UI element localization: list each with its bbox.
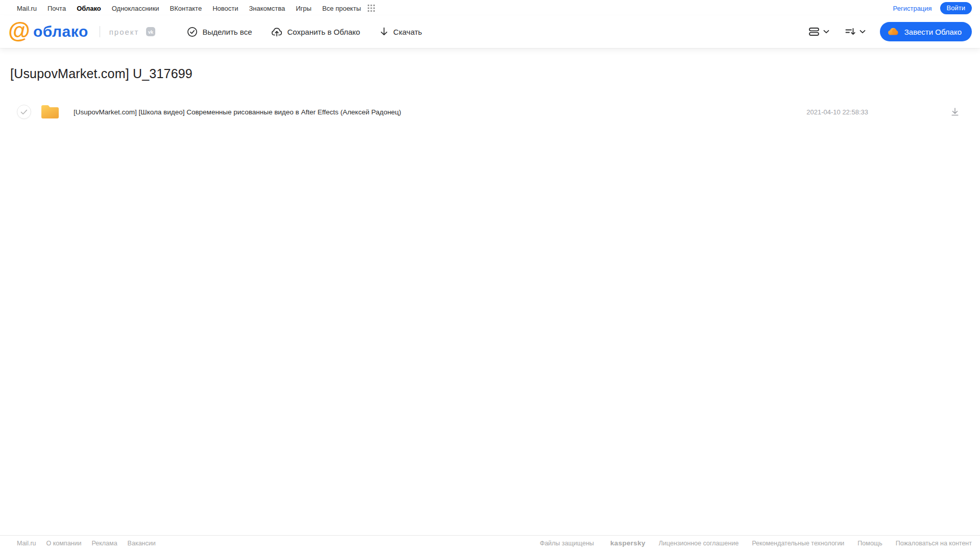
registration-link[interactable]: Регистрация [893, 5, 932, 12]
footer-link-license[interactable]: Лицензионное соглашение [659, 540, 739, 547]
file-toolbar: Выделить все Сохранить в Облако Скачать [187, 27, 422, 37]
footer: Mail.ru О компании Реклама Вакансии Файл… [0, 535, 980, 551]
topbar-link-znakomstva[interactable]: Знакомства [249, 5, 285, 12]
folder-icon [40, 104, 60, 120]
cloud-logo[interactable]: @ облако проект vk [8, 22, 155, 41]
footer-left-links: Mail.ru О компании Реклама Вакансии [17, 540, 166, 547]
create-cloud-button[interactable]: Завести Облако [880, 22, 972, 41]
topbar-auth: Регистрация Войти [893, 2, 972, 14]
kaspersky-protection: Файлы защищены kaspersky [527, 539, 646, 547]
cloud-header: @ облако проект vk Выделить все [0, 15, 980, 48]
page-title: [UsupovMarket.com] U_317699 [10, 66, 972, 81]
vk-badge-icon: vk [146, 27, 155, 36]
row-download-button[interactable] [948, 105, 962, 118]
topbar-link-mailru[interactable]: Mail.ru [17, 5, 37, 12]
chevron-down-icon [823, 30, 829, 34]
topbar-link-novosti[interactable]: Новости [212, 5, 238, 12]
save-to-cloud-button[interactable]: Сохранить в Облако [271, 27, 360, 37]
sort-dropdown[interactable] [843, 23, 868, 40]
download-button[interactable]: Скачать [379, 27, 422, 37]
portal-topbar: Mail.ru Почта Облако Одноклассники ВКонт… [0, 0, 980, 15]
header-right-controls: Завести Облако [806, 22, 972, 41]
topbar-link-vse-proekty[interactable]: Все проекты [322, 5, 361, 12]
apps-grid-icon[interactable] [368, 5, 375, 12]
login-button[interactable]: Войти [940, 2, 972, 14]
download-label: Скачать [393, 28, 422, 36]
cloud-upload-icon [271, 27, 282, 37]
footer-link-about[interactable]: О компании [46, 540, 82, 547]
file-name-link[interactable]: [UsupovMarket.com] [Школа видео] Совреме… [74, 108, 401, 116]
topbar-link-oblako[interactable]: Облако [77, 5, 101, 12]
view-mode-dropdown[interactable] [806, 23, 831, 40]
footer-link-ads[interactable]: Реклама [91, 540, 117, 547]
row-checkbox[interactable] [17, 105, 31, 119]
logo-divider [100, 26, 100, 37]
mailru-at-icon: @ [8, 20, 30, 41]
file-row[interactable]: [UsupovMarket.com] [Школа видео] Совреме… [8, 101, 972, 123]
select-all-button[interactable]: Выделить все [187, 27, 252, 37]
svg-text:vk: vk [148, 30, 154, 35]
topbar-link-odnoklassniki[interactable]: Одноклассники [112, 5, 159, 12]
portal-nav: Mail.ru Почта Облако Одноклассники ВКонт… [17, 5, 375, 12]
cloud-brand-icon [887, 27, 899, 37]
list-view-icon [808, 27, 820, 37]
cloud-logo-text: облако [33, 23, 88, 40]
create-cloud-label: Завести Облако [904, 28, 962, 36]
footer-link-recommendations[interactable]: Рекомендательные технологии [752, 540, 844, 547]
footer-link-mailru[interactable]: Mail.ru [17, 540, 36, 547]
save-to-cloud-label: Сохранить в Облако [287, 28, 360, 36]
download-arrow-icon [379, 27, 389, 37]
file-date: 2021-04-10 22:58:33 [806, 108, 868, 116]
footer-link-report[interactable]: Пожаловаться на контент [896, 540, 972, 547]
select-all-label: Выделить все [202, 28, 252, 36]
sort-icon [845, 27, 856, 37]
protected-text: Файлы защищены [540, 540, 594, 547]
topbar-link-vkontakte[interactable]: ВКонтакте [170, 5, 202, 12]
project-label: проект [109, 28, 139, 36]
topbar-link-igry[interactable]: Игры [296, 5, 312, 12]
footer-link-help[interactable]: Помощь [857, 540, 882, 547]
topbar-link-pochta[interactable]: Почта [47, 5, 66, 12]
chevron-down-icon [859, 30, 866, 34]
footer-right-links: Файлы защищены kaspersky Лицензионное со… [527, 539, 972, 547]
file-list-area: [UsupovMarket.com] U_317699 [UsupovMarke… [0, 66, 980, 123]
footer-link-jobs[interactable]: Вакансии [128, 540, 156, 547]
check-circle-icon [187, 27, 198, 37]
kaspersky-logo[interactable]: kaspersky [610, 539, 646, 547]
